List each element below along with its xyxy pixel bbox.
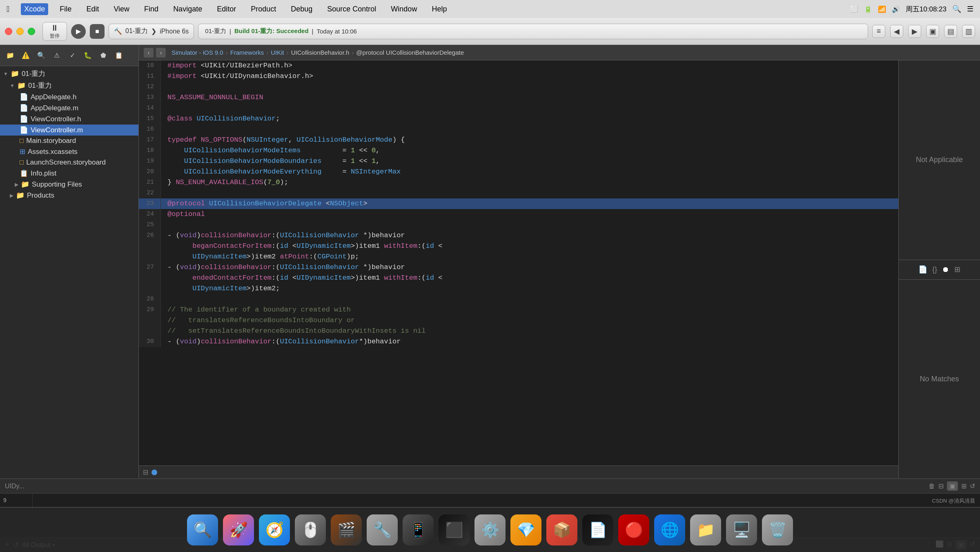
test-nav-icon[interactable]: ✓ [66,49,78,62]
code-editor[interactable]: 10 #import <UIKit/UIBezierPath.h> 11 #im… [139,60,898,479]
dock-sysprefs[interactable]: ⚙️ [474,514,506,545]
dock-mouse[interactable]: 🖱️ [295,514,326,545]
dock-finder[interactable]: 🔍 [187,514,218,545]
dock-pp[interactable]: 📦 [546,514,577,545]
hierarchy-icon[interactable]: ⊞ [961,482,967,490]
code-line-20: 20 UICollisionBehaviorModeEverything = N… [139,167,898,177]
not-applicable-label: Not Applicable [916,156,963,164]
forward-navigation[interactable]: ▶ [908,25,921,38]
editor-mode-icon[interactable]: ⊟ [143,468,148,476]
back-navigation[interactable]: ◀ [890,25,903,38]
grid-icon[interactable]: ⊞ [954,265,960,274]
menu-view[interactable]: View [110,3,133,15]
debug-view-icon[interactable]: ▣ [947,481,958,491]
breadcrumb-simulator[interactable]: Simulator - iOS 9.0 [172,49,223,56]
dock-app5[interactable]: 🖥️ [726,514,757,545]
menu-product[interactable]: Product [247,3,279,15]
dock-tools[interactable]: 🔧 [367,514,398,545]
menu-edit[interactable]: Edit [83,3,102,15]
file-info-plist[interactable]: 📋 Info.plist [0,168,138,179]
file-appdelegate-m[interactable]: 📄 AppDelegate.m [0,102,138,114]
dock-app4[interactable]: 📁 [690,514,721,545]
code-line-18: 18 UICollisionBehaviorModeItems = 1 << 0… [139,145,898,156]
code-line-26b: beganContactForItem:(id <UIDynamicItem>)… [139,241,898,252]
dock-app2[interactable]: 🔴 [618,514,649,545]
assistant-editor-btn[interactable]: ▤ [944,25,957,38]
search-nav-icon[interactable]: 🔍 [35,49,47,62]
code-content[interactable]: 10 #import <UIKit/UIBezierPath.h> 11 #im… [139,60,898,465]
dock-safari[interactable]: 🧭 [259,514,290,545]
breadcrumb-uikit[interactable]: UIKit [271,49,284,56]
dock-terminal[interactable]: ⬛ [439,514,470,545]
group-supporting-files[interactable]: ▶ 📁 Supporting Files [0,179,138,190]
file-inspector-icon[interactable]: 📄 [918,265,927,274]
dock-app3[interactable]: 🌐 [654,514,685,545]
split-view-icon[interactable]: ⊟ [938,482,944,490]
report-nav-icon[interactable]: 📋 [113,49,125,62]
dock-app1[interactable]: 📄 [582,514,613,545]
search-menu-icon[interactable]: 🔍 [952,4,961,13]
project-root[interactable]: ▼ 📁 01-重力 [0,68,138,80]
file-assets[interactable]: ⊞ Assets.xcassets [0,146,138,157]
file-appdelegate-h[interactable]: 📄 AppDelegate.h [0,91,138,102]
file-viewcontroller-m[interactable]: 📄 ViewController.m [0,125,138,136]
dock-iphone[interactable]: 📱 [403,514,434,545]
code-line-22: 22 [139,188,898,198]
menu-help[interactable]: Help [428,3,450,15]
stop-button[interactable]: ⏸ 暂停 [42,22,67,41]
dock-quicktime[interactable]: 🎬 [331,514,362,545]
build-status: 01-重力 | Build 01-重力: Succeeded | Today a… [198,24,868,39]
editor-view-toggle[interactable]: ≡ [872,25,885,38]
code-line-27c: UIDynamicItem>)item2; [139,283,898,294]
menu-window[interactable]: Window [388,3,420,15]
standard-editor-btn[interactable]: ▣ [926,25,939,38]
version-editor-btn[interactable]: ▥ [962,25,975,38]
breadcrumb-frameworks[interactable]: Frameworks [230,49,264,56]
group-products[interactable]: ▶ 📁 Products [0,190,138,201]
menu-find[interactable]: Find [141,3,162,15]
dock-launchpad[interactable]: 🚀 [223,514,254,545]
file-launch-storyboard[interactable]: □ LaunchScreen.storyboard [0,157,138,168]
sep3: › [287,49,289,56]
record-icon[interactable]: ⏺ [942,265,949,274]
debug-nav-icon[interactable]: 🐛 [82,49,94,62]
breadcrumb-protocol[interactable]: @protocol UICollisionBehaviorDelegate [356,49,464,56]
scheme-selector[interactable]: 🔨 01-重力 ❯ iPhone 6s [109,24,194,39]
stop-square-button[interactable]: ■ [90,24,105,39]
main-content: 📁 ⚠️ 🔍 ⚠ ✓ 🐛 ⬟ 📋 ▼ 📁 01-重力 [0,45,980,479]
file-main-storyboard[interactable]: □ Main.storyboard [0,136,138,146]
dock-app6[interactable]: 🗑️ [762,514,793,545]
cursor-indicator [151,470,157,475]
close-button[interactable] [5,28,12,35]
nav-forward-button[interactable]: › [156,48,166,58]
minimize-button[interactable] [16,28,24,35]
menu-bar-right: ⬜ 🔋 📶 🔊 周五10:08:23 🔍 ☰ [850,4,973,14]
breakpoint-nav-icon[interactable]: ⬟ [97,49,109,62]
menu-file[interactable]: File [56,3,75,15]
source-nav-icon[interactable]: ⚠️ [20,49,32,62]
breadcrumb-file[interactable]: UICollisionBehavior.h [291,49,350,56]
rerun-icon[interactable]: ↺ [970,482,975,490]
braces-icon[interactable]: {} [932,265,937,274]
xcode-icon: 🔨 [114,27,122,35]
nav-back-button[interactable]: ‹ [144,48,154,58]
apple-menu[interactable]:  [7,4,9,14]
code-line-25: 25 [139,220,898,230]
menu-source-control[interactable]: Source Control [324,3,379,15]
menu-editor[interactable]: Editor [214,3,239,15]
play-button[interactable]: ▶ [71,24,86,39]
wifi-icon: 📶 [878,5,886,13]
folder-nav-icon[interactable]: 📁 [4,49,16,62]
menu-navigate[interactable]: Navigate [170,3,205,15]
issues-nav-icon[interactable]: ⚠ [51,49,63,62]
battery-icon: 🔋 [864,5,872,13]
menu-xcode[interactable]: Xcode [21,3,48,15]
device-label: iPhone 6s [160,28,189,35]
file-viewcontroller-h[interactable]: 📄 ViewController.h [0,114,138,125]
menu-debug[interactable]: Debug [287,3,316,15]
control-center-icon[interactable]: ☰ [967,4,973,13]
clear-icon[interactable]: 🗑 [929,483,935,490]
maximize-button[interactable] [28,28,35,35]
group-01[interactable]: ▼ 📁 01-重力 [0,80,138,91]
dock-sketch[interactable]: 💎 [510,514,541,545]
